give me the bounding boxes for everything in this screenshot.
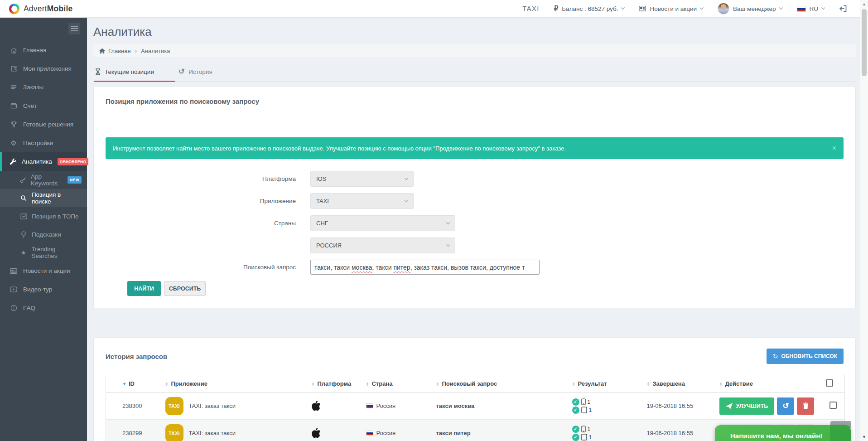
- sidebar-item-my-apps[interactable]: Мои приложения: [0, 59, 87, 78]
- sidebar-item-home[interactable]: Главная: [0, 41, 87, 59]
- wrench-icon: [10, 158, 16, 165]
- chart-icon: [20, 213, 27, 219]
- platform-select[interactable]: IOS: [310, 171, 414, 187]
- delete-button[interactable]: [797, 397, 814, 415]
- sidebar-subitem-suggestions[interactable]: Подсказки: [0, 225, 87, 243]
- info-icon: [10, 305, 18, 311]
- sidebar-subitem-app-keywords[interactable]: App Keywords NEW: [0, 171, 87, 189]
- history-icon: [178, 68, 184, 75]
- sidebar-item-account[interactable]: Счёт: [0, 97, 87, 115]
- select-all-checkbox[interactable]: [826, 379, 833, 387]
- sidebar-subitem-trending-searches[interactable]: ★ Trending Searches: [0, 243, 87, 262]
- table-header-row: ID Приложение Платформа Страна Поисковый…: [106, 375, 845, 393]
- cell-id: 238299: [106, 420, 162, 441]
- main-content: Аналитика Главная Аналитика Текущие пози…: [87, 18, 860, 441]
- refresh-list-button[interactable]: ОБНОВИТЬ СПИСОК: [767, 349, 844, 364]
- news-icon: [639, 5, 646, 12]
- sidebar-subitem-top-position[interactable]: Позиция в ТОПе: [0, 207, 87, 225]
- cell-query: такси москва: [433, 393, 569, 420]
- breadcrumb-home-link[interactable]: Главная: [99, 48, 130, 54]
- search-icon: [20, 195, 27, 201]
- country-select[interactable]: РОССИЯ: [310, 237, 455, 253]
- cell-platform: [308, 420, 362, 441]
- tabs: Текущие позиции История: [93, 68, 856, 82]
- tab-history[interactable]: История: [178, 68, 233, 81]
- news-menu[interactable]: Новости и акции: [639, 5, 703, 12]
- brand-logo-icon: [9, 4, 19, 14]
- breadcrumb-current: Аналитика: [141, 48, 170, 54]
- news-icon: [10, 268, 18, 274]
- vertical-scrollbar[interactable]: [860, 0, 868, 441]
- cell-country: Россия: [362, 393, 433, 420]
- list-icon: [10, 84, 18, 91]
- sidebar-item-orders[interactable]: Заказы: [0, 78, 87, 97]
- balance-menu[interactable]: ₽ Баланс : 68527 руб.: [554, 5, 625, 13]
- gear-icon: ⚙: [10, 140, 18, 146]
- scroll-up-arrow-icon[interactable]: [862, 2, 866, 6]
- taxi-app-icon: TAXI: [165, 397, 183, 415]
- sidebar-item-video-tour[interactable]: Видео-тур: [0, 280, 87, 299]
- sort-icons: [165, 382, 169, 386]
- position-search-card: Позиция приложения по поисковому запросу…: [93, 86, 856, 308]
- chevron-down-icon: [446, 220, 450, 224]
- sidebar-item-analytics[interactable]: Аналитика ОБНОВЛЕНО: [0, 152, 87, 171]
- scrollbar-thumb[interactable]: [862, 9, 867, 76]
- sidebar-item-faq[interactable]: FAQ: [0, 299, 87, 317]
- search-query-input[interactable]: такси, такси москва, такси питер, заказ …: [310, 260, 540, 275]
- sidebar-item-settings[interactable]: ⚙ Настройки: [0, 134, 87, 152]
- chevron-down-icon: [621, 6, 625, 10]
- brand-logo[interactable]: AdvertMobile: [9, 4, 72, 14]
- sidebar-item-news[interactable]: Новости и акции: [0, 262, 87, 280]
- sidebar-item-label: FAQ: [23, 305, 35, 311]
- hourglass-icon: [95, 68, 101, 75]
- sort-icons: [572, 382, 575, 386]
- sidebar-item-label: Заказы: [23, 84, 43, 91]
- chevron-down-icon: [446, 242, 450, 246]
- sort-icons: [436, 382, 439, 386]
- sidebar-subitem-search-position[interactable]: Позиция в поиске: [0, 189, 87, 207]
- sidebar-nav: Главная Мои приложения Заказы Счёт Готов…: [0, 41, 87, 317]
- rocket-icon: [726, 403, 733, 409]
- column-header-app[interactable]: Приложение: [162, 375, 308, 393]
- countries-select[interactable]: СНГ: [310, 215, 455, 231]
- sidebar-item-label: Счёт: [23, 102, 37, 109]
- sidebar-collapse-button[interactable]: [68, 23, 80, 34]
- logout-button[interactable]: [839, 5, 847, 13]
- chat-widget[interactable]: Напишите нам, мы онлайн!: [715, 425, 851, 441]
- reset-button[interactable]: СБРОСИТЬ: [164, 281, 206, 296]
- tab-current-positions[interactable]: Текущие позиции: [94, 68, 175, 81]
- improve-button[interactable]: УЛУЧШИТЬ: [719, 397, 775, 415]
- sidebar-subitem-label: Trending Searches: [32, 246, 82, 259]
- alert-text: Инструмент позволяет найти место вашего …: [113, 145, 566, 152]
- platform-label: Платформа: [106, 175, 296, 182]
- news-label: Новости и акции: [650, 5, 697, 12]
- column-header-finished[interactable]: Завершена: [643, 375, 716, 393]
- brand-name: AdvertMobile: [24, 4, 72, 14]
- cell-result: 1 1: [569, 420, 643, 441]
- find-button[interactable]: НАЙТИ: [127, 281, 161, 296]
- phone-icon: [581, 426, 586, 432]
- tablet-icon: [581, 434, 587, 441]
- cell-app: TAXI TAXI: заказ такси: [162, 393, 308, 420]
- language-menu[interactable]: RU: [797, 5, 825, 12]
- application-select[interactable]: TAXI: [310, 193, 414, 209]
- column-header-id[interactable]: ID: [106, 375, 162, 393]
- trophy-icon: [10, 121, 18, 128]
- column-header-query[interactable]: Поисковый запрос: [433, 375, 569, 393]
- close-icon[interactable]: [832, 145, 836, 152]
- breadcrumb: Главная Аналитика: [93, 44, 856, 57]
- refresh-icon: [773, 353, 778, 360]
- card-title: Позиция приложения по поисковому запросу: [106, 97, 844, 105]
- scroll-down-arrow-icon[interactable]: [862, 435, 866, 439]
- column-header-action[interactable]: Действие: [716, 375, 822, 393]
- column-header-country[interactable]: Страна: [362, 375, 433, 393]
- column-header-result[interactable]: Результат: [569, 375, 643, 393]
- history-button[interactable]: [777, 397, 794, 415]
- cell-app: TAXI TAXI: заказ такси: [162, 420, 308, 441]
- russia-flag-icon: [366, 403, 373, 408]
- column-header-platform[interactable]: Платформа: [308, 375, 362, 393]
- manager-menu[interactable]: Ваш менеджер: [718, 3, 782, 15]
- row-checkbox[interactable]: [829, 402, 837, 409]
- chevron-down-icon: [700, 6, 704, 10]
- sidebar-item-solutions[interactable]: Готовые решения: [0, 115, 87, 134]
